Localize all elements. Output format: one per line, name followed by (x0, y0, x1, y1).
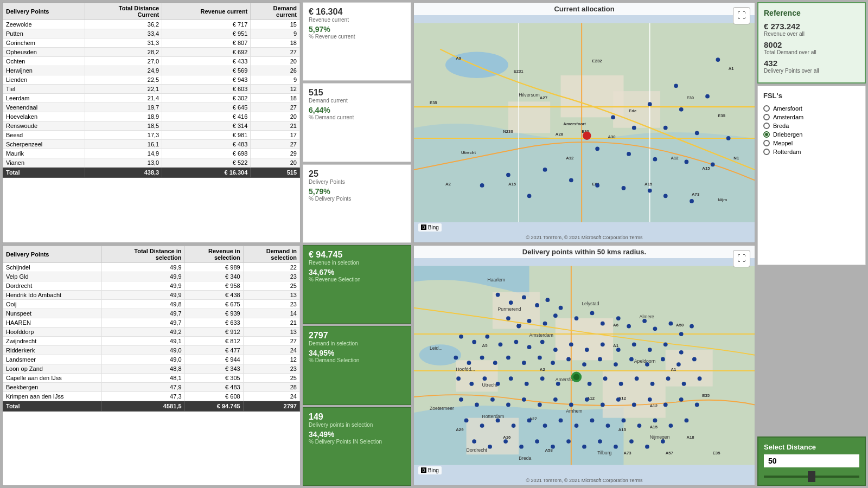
svg-point-130 (679, 332, 684, 336)
svg-point-60 (690, 199, 694, 203)
cell-distance: 48,8 (102, 364, 184, 374)
distance-value-input[interactable] (764, 454, 859, 467)
bottom-delivery-pct-label: % Delivery Points IN Selection (309, 439, 405, 445)
bottom-map-container: Delivery points within 50 kms radius. ⛶ (413, 245, 755, 486)
svg-point-167 (483, 376, 487, 381)
fsl-list: Amersfoort Amsterdam Breda Driebergen Me… (763, 104, 860, 156)
svg-point-143 (616, 348, 621, 352)
table-row: Tiel 22,1 € 603 12 (3, 85, 300, 94)
svg-text:Hoofdd...: Hoofdd... (456, 367, 475, 372)
fsl-item[interactable]: Amsterdam (763, 113, 860, 121)
svg-point-128 (653, 327, 658, 331)
svg-point-147 (679, 350, 684, 355)
cell-distance: 49,2 (102, 328, 184, 337)
svg-point-138 (540, 340, 545, 344)
fsl-radio[interactable] (763, 149, 770, 155)
cell-revenue: € 603 (162, 85, 251, 94)
svg-text:A58: A58 (545, 448, 553, 453)
svg-point-54 (622, 186, 626, 190)
svg-text:A30: A30 (608, 134, 615, 139)
table-row: Vianen 13,0 € 522 20 (3, 158, 300, 168)
top-demand-pct-label: % Demand current (309, 114, 405, 120)
fsl-item[interactable]: Breda (763, 121, 860, 130)
top-map-expand-button[interactable]: ⛶ (733, 7, 750, 24)
fsl-item-label: Rotterdam (773, 149, 801, 155)
bottom-col-name: Delivery Points (3, 246, 102, 263)
svg-point-198 (464, 419, 469, 423)
bottom-revenue-pct-label: % Revenue Selection (309, 277, 405, 282)
svg-point-172 (556, 382, 560, 386)
fsl-radio[interactable] (763, 105, 770, 112)
svg-text:N230: N230 (503, 129, 513, 134)
cell-revenue: € 522 (162, 158, 251, 168)
svg-text:Haarlem: Haarlem (487, 277, 505, 282)
fsl-item[interactable]: Meppel (763, 139, 860, 147)
fsl-radio[interactable] (763, 114, 770, 120)
top-table-scroll[interactable]: Delivery Points Total DistanceCurrent Re… (3, 3, 300, 242)
bottom-delivery-value: 149 (309, 412, 405, 422)
table-row: Zwijndrecht 49,1 € 812 27 (3, 337, 300, 346)
cell-demand: 23 (243, 272, 299, 281)
svg-point-197 (695, 403, 699, 407)
svg-point-174 (588, 382, 592, 386)
fsl-item[interactable]: Rotterdam (763, 147, 860, 156)
svg-text:A15: A15 (644, 182, 653, 187)
table-row: Loon op Zand 48,8 € 343 23 (3, 364, 300, 374)
fsl-radio[interactable] (763, 123, 770, 129)
cell-distance: 16,1 (85, 140, 162, 149)
svg-text:Tilburg: Tilburg (597, 450, 611, 455)
svg-text:Nijmegen: Nijmegen (650, 434, 670, 440)
bottom-col-distance: Total Distance inselection (102, 246, 184, 263)
cell-demand: 18 (251, 38, 300, 48)
svg-point-181 (698, 376, 702, 381)
svg-point-133 (472, 340, 476, 344)
bottom-table-scroll[interactable]: Delivery Points Total Distance inselecti… (3, 246, 300, 485)
cell-distance: 31,3 (85, 38, 162, 48)
fsl-title: FSL's (763, 92, 860, 100)
table-row: Opheusden 28,2 € 692 27 (3, 48, 300, 57)
top-footer-demand: 515 (251, 168, 300, 178)
cell-name: Nunspeet (3, 309, 102, 318)
cell-demand: 21 (243, 318, 299, 328)
svg-point-171 (540, 376, 545, 381)
top-delivery-pct-label: % Delivery Points (309, 196, 405, 202)
svg-point-125 (616, 316, 621, 320)
top-delivery-card: 25 Delivery Points 5,79% % Delivery Poin… (303, 164, 411, 243)
reference-points-label: Delivery Points over all (764, 68, 859, 74)
svg-point-59 (663, 194, 668, 198)
table-row: Hendrik Ido Ambacht 49,9 € 438 13 (3, 291, 300, 300)
svg-text:A12: A12 (650, 403, 658, 408)
svg-text:Lelystad: Lelystad (582, 301, 599, 306)
cell-revenue: € 477 (184, 346, 243, 355)
svg-point-210 (653, 419, 658, 423)
svg-point-161 (645, 362, 649, 367)
fsl-radio[interactable] (763, 131, 770, 138)
svg-point-156 (566, 357, 571, 362)
svg-text:E35: E35 (702, 393, 710, 398)
table-row: Hoofddorp 49,2 € 912 13 (3, 328, 300, 337)
svg-text:Breda: Breda (519, 455, 531, 461)
bottom-revenue-value: € 94.745 (309, 250, 405, 260)
table-row: Scherpenzeel 16,1 € 483 27 (3, 140, 300, 149)
svg-point-55 (648, 189, 652, 193)
bottom-footer-revenue: € 94.745 (184, 401, 243, 412)
top-stats-group: € 16.304 Revenue current 5,97% % Revenue… (303, 2, 411, 243)
distance-slider[interactable] (764, 476, 859, 478)
bottom-map-expand-button[interactable]: ⛶ (733, 250, 750, 267)
svg-point-122 (575, 316, 579, 320)
fsl-radio[interactable] (763, 140, 770, 146)
cell-name: Ridderkerk (3, 346, 102, 355)
cell-name: Herwijnen (3, 66, 85, 75)
svg-text:A15: A15 (702, 166, 710, 171)
fsl-item-label: Amsterdam (773, 114, 803, 120)
fsl-item[interactable]: Amersfoort (763, 104, 860, 113)
svg-point-114 (535, 303, 539, 307)
cell-revenue: € 305 (184, 374, 243, 383)
svg-point-119 (527, 319, 532, 323)
fsl-item[interactable]: Driebergen (763, 130, 860, 139)
bottom-demand-label: Demand in selection (309, 341, 405, 346)
svg-point-169 (509, 376, 513, 381)
svg-point-40 (679, 107, 684, 112)
svg-point-158 (598, 357, 602, 362)
svg-text:E231: E231 (514, 69, 524, 74)
